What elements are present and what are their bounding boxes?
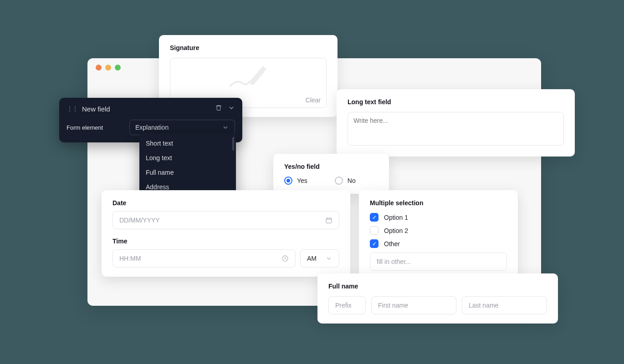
new-field-title: New field: [82, 105, 210, 113]
checkbox-row[interactable]: Option 2: [370, 226, 507, 235]
svg-rect-1: [326, 218, 332, 223]
yes-radio[interactable]: Yes: [284, 177, 307, 185]
form-element-label: Form element: [66, 124, 121, 131]
ampm-value: AM: [307, 255, 317, 262]
dropdown-option[interactable]: Long text: [139, 151, 236, 165]
calendar-icon: [325, 217, 332, 224]
option-label: Option 1: [384, 214, 408, 221]
window-minimize-dot[interactable]: [105, 65, 111, 71]
checkbox-icon: [370, 226, 378, 235]
signature-pen-icon: [228, 63, 269, 91]
other-placeholder: fill in other...: [377, 258, 411, 265]
option-label: Option 2: [384, 227, 408, 234]
datetime-card: Date DD/MM/YYYY Time HH:MM AM: [102, 190, 350, 277]
long-text-card: Long text field: [337, 89, 575, 157]
fullname-title: Full name: [328, 283, 547, 290]
checkbox-icon: ✓: [370, 239, 378, 248]
checkbox-icon: ✓: [370, 213, 378, 222]
date-placeholder: DD/MM/YYYY: [119, 217, 160, 224]
chevron-down-icon[interactable]: [228, 104, 235, 113]
multi-select-card: Multiple selection ✓ Option 1 Option 2 ✓…: [359, 190, 518, 280]
chevron-down-icon: [222, 124, 229, 131]
scrollbar-thumb[interactable]: [232, 137, 234, 151]
long-text-input[interactable]: [348, 112, 564, 146]
fullname-card: Full name Prefix First name Last name: [317, 273, 558, 324]
yesno-title: Yes/no field: [284, 163, 378, 170]
time-input[interactable]: HH:MM: [113, 249, 296, 268]
checkbox-row[interactable]: ✓ Other: [370, 239, 507, 248]
no-label: No: [348, 177, 356, 184]
time-label: Time: [113, 238, 339, 245]
radio-icon: [335, 177, 343, 185]
date-input[interactable]: DD/MM/YYYY: [113, 211, 339, 229]
date-label: Date: [113, 199, 339, 207]
trash-icon[interactable]: [215, 104, 222, 113]
other-text-input[interactable]: fill in other...: [370, 253, 507, 271]
signature-clear-button[interactable]: Clear: [306, 96, 321, 104]
chevron-down-icon: [325, 255, 332, 262]
dropdown-option[interactable]: Full name: [139, 165, 236, 180]
ampm-select[interactable]: AM: [300, 249, 339, 268]
yesno-card: Yes/no field Yes No: [273, 154, 389, 194]
no-radio[interactable]: No: [335, 177, 356, 185]
window-maximize-dot[interactable]: [115, 65, 121, 71]
multi-title: Multiple selection: [370, 199, 507, 207]
time-placeholder: HH:MM: [119, 255, 141, 262]
yes-label: Yes: [297, 177, 307, 184]
drag-handle-icon[interactable]: ⋮⋮: [66, 105, 77, 112]
prefix-input[interactable]: Prefix: [328, 296, 366, 314]
form-element-selected: Explanation: [135, 124, 169, 131]
radio-icon: [284, 177, 292, 185]
clock-icon: [281, 255, 289, 262]
form-element-select[interactable]: Explanation: [129, 120, 235, 135]
checkbox-row[interactable]: ✓ Option 1: [370, 213, 507, 222]
long-text-title: Long text field: [348, 98, 564, 106]
last-name-input[interactable]: Last name: [462, 296, 547, 314]
option-label: Other: [384, 240, 400, 248]
dropdown-option[interactable]: Short text: [139, 136, 236, 151]
signature-title: Signature: [170, 44, 327, 51]
first-name-input[interactable]: First name: [371, 296, 456, 314]
window-close-dot[interactable]: [96, 65, 102, 71]
